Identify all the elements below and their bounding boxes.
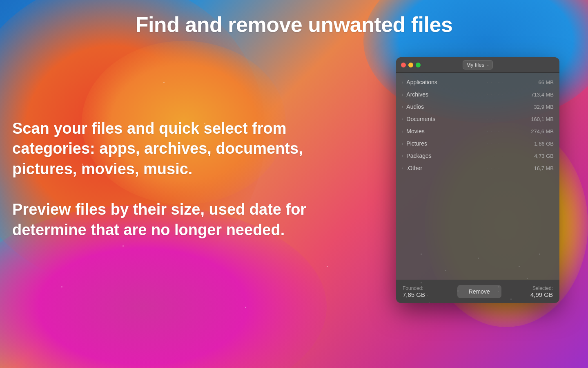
category-name: Documents xyxy=(406,116,466,122)
category-name: Packages xyxy=(406,153,466,159)
category-dots: · · · · · xyxy=(466,80,525,85)
category-dots: · · · · · xyxy=(466,117,525,121)
category-size: 160,1 MB xyxy=(525,116,554,122)
paragraph-2: Preview files by their size, used date f… xyxy=(12,200,347,240)
category-name: Applications xyxy=(406,79,466,85)
category-name: Pictures xyxy=(406,140,466,147)
category-size: 1,86 GB xyxy=(525,141,554,147)
list-item[interactable]: › .Other · · · · · 16,7 MB xyxy=(396,162,559,174)
category-name: .Other xyxy=(406,165,466,171)
category-name: Audios xyxy=(406,103,466,110)
list-item[interactable]: › Packages · · · · · 4,73 GB xyxy=(396,150,559,162)
category-name: Archives xyxy=(406,91,466,98)
category-dots: · · · · · xyxy=(466,129,525,134)
list-item[interactable]: › Audios · · · · · 32,9 MB xyxy=(396,101,559,113)
chevron-right-icon: › xyxy=(402,80,403,85)
paragraph-1: Scan your files and quick select from ca… xyxy=(12,119,347,179)
category-size: 32,9 MB xyxy=(525,104,554,110)
title-bar: My files ⌄ xyxy=(396,57,559,73)
category-dots: · · · · · xyxy=(466,154,525,158)
category-size: 16,7 MB xyxy=(525,165,554,171)
list-item[interactable]: › Documents · · · · · 160,1 MB xyxy=(396,113,559,125)
founded-label: Founded: xyxy=(403,285,428,291)
chevron-right-icon: › xyxy=(402,166,403,171)
close-button[interactable] xyxy=(401,63,406,67)
dropdown-label: My files xyxy=(466,62,484,68)
category-dots: · · · · · xyxy=(466,141,525,146)
page-title: Find and remove unwanted files xyxy=(0,0,588,37)
chevron-right-icon: › xyxy=(402,117,403,121)
chevron-right-icon: › xyxy=(402,105,403,109)
minimize-button[interactable] xyxy=(408,63,413,67)
window-footer: Founded: 7,85 GB · Remove Selected: 4,99… xyxy=(396,280,559,303)
category-dots: · · · · · xyxy=(466,105,525,109)
category-name: Movies xyxy=(406,128,466,135)
maximize-button[interactable] xyxy=(416,63,421,67)
chevron-right-icon: › xyxy=(402,154,403,158)
chevron-down-icon: ⌄ xyxy=(486,63,489,67)
category-dots: · · · · · xyxy=(466,92,525,97)
chevron-right-icon: › xyxy=(402,129,403,134)
category-size: 713,4 MB xyxy=(525,92,554,98)
category-size: 274,6 MB xyxy=(525,128,554,135)
file-list: › Applications · · · · · 66 MB › Archive… xyxy=(396,73,559,177)
list-item[interactable]: › Pictures · · · · · 1,86 GB xyxy=(396,137,559,150)
footer-founded: Founded: 7,85 GB · xyxy=(403,285,428,298)
category-dots: · · · · · xyxy=(466,166,525,171)
title-dropdown[interactable]: My files ⌄ xyxy=(463,60,493,70)
app-window: My files ⌄ › Applications · · · · · 66 M… xyxy=(396,57,559,303)
list-item[interactable]: › Movies · · · · · 274,6 MB xyxy=(396,125,559,137)
left-content: Scan your files and quick select from ca… xyxy=(12,119,347,240)
chevron-right-icon: › xyxy=(402,141,403,146)
chevron-right-icon: › xyxy=(402,92,403,97)
category-size: 4,73 GB xyxy=(525,153,554,159)
founded-value: 7,85 GB · xyxy=(403,291,428,298)
remove-button[interactable]: Remove xyxy=(457,285,501,298)
selected-label: Selected: xyxy=(530,285,553,291)
list-item[interactable]: › Archives · · · · · 713,4 MB xyxy=(396,88,559,101)
list-item[interactable]: › Applications · · · · · 66 MB xyxy=(396,76,559,88)
footer-selected: Selected: 4,99 GB xyxy=(530,285,553,298)
category-size: 66 MB xyxy=(525,79,554,85)
traffic-lights xyxy=(401,63,421,67)
selected-value: 4,99 GB xyxy=(530,291,553,298)
